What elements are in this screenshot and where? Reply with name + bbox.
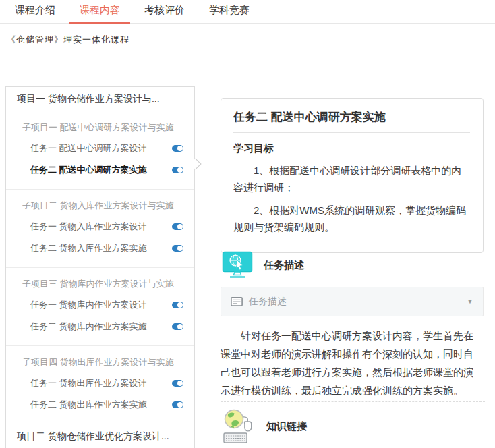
task-description-section: 任务描述 (222, 251, 304, 279)
sidebar-project2-header[interactable]: 项目二 货物仓储作业优化方案设计... (6, 424, 194, 448)
sidebar-subproject[interactable]: 子项目三 货物库内作业方案设计与实施 (6, 273, 194, 294)
accordion-label: 任务描述 (249, 296, 287, 308)
tab-assessment[interactable]: 考核评价 (143, 0, 186, 23)
sidebar-task[interactable]: 任务二 货物库内作业方案实施 (6, 316, 194, 337)
task-title: 任务二 配送中心调研方案实施 (233, 108, 471, 132)
toggle-on-icon[interactable] (172, 323, 183, 330)
toggle-on-icon[interactable] (172, 245, 183, 252)
sidebar-group-4: 子项目四 货物出库作业方案设计与实施 任务一 货物出库作业方案设计 任务二 货物… (6, 346, 194, 424)
toggle-on-icon[interactable] (172, 302, 183, 308)
task-description-heading: 任务描述 (264, 259, 304, 272)
knowledge-links-heading: 知识链接 (266, 420, 307, 433)
tab-course-intro[interactable]: 课程介绍 (13, 0, 57, 23)
sidebar-task[interactable]: 任务二 货物出库作业方案实施 (6, 394, 194, 416)
task-detail-panel: 任务二 配送中心调研方案实施 学习目标 1、根据配送中心调研设计部分调研表格中的… (221, 98, 484, 253)
task-label: 任务二 配送中心调研方案实施 (30, 165, 147, 175)
tab-course-content[interactable]: 课程内容 (78, 0, 121, 23)
toggle-on-icon[interactable] (172, 223, 183, 230)
task-description-paragraph: 针对任务一配送中心调研方案设计内容，学生首先在课堂中对老师的演示讲解和操作有个深… (221, 327, 482, 399)
task-description-accordion[interactable]: 任务描述 ▼ (221, 287, 484, 316)
task-label: 任务一 货物出库作业方案设计 (30, 378, 147, 388)
sidebar-task[interactable]: 任务一 货物库内作业方案设计 (6, 294, 194, 316)
task-label: 任务二 货物出库作业方案实施 (30, 399, 147, 410)
toggle-on-icon[interactable] (172, 145, 183, 152)
sidebar-task[interactable]: 任务二 货物入库作业方案实施 (6, 237, 194, 259)
sidebar-subproject[interactable]: 子项目一 配送中心调研方案设计与实施 (6, 117, 194, 138)
sidebar-task-selected[interactable]: 任务二 配送中心调研方案实施 (6, 159, 194, 181)
sidebar-task[interactable]: 任务一 货物入库作业方案设计 (6, 216, 194, 237)
dashed-divider (221, 401, 485, 402)
task-label: 任务二 货物库内作业方案实施 (30, 321, 147, 331)
toggle-on-icon[interactable] (172, 401, 183, 408)
task-label: 任务一 货物库内作业方案设计 (30, 300, 147, 310)
course-tree-sidebar: 项目一 货物仓储作业方案设计与... 子项目一 配送中心调研方案设计与实施 任务… (5, 86, 195, 448)
divider (233, 132, 470, 133)
sidebar-group-1: 子项目一 配送中心调研方案设计与实施 任务一 配送中心调研方案设计 任务二 配送… (6, 111, 194, 190)
sidebar-subproject[interactable]: 子项目四 货物出库作业方案设计与实施 (6, 352, 194, 372)
objective-1: 1、根据配送中心调研设计部分调研表格中的内容进行调研； (233, 162, 471, 196)
course-content-page: 课程介绍 课程内容 考核评价 学科竞赛 《仓储管理》理实一体化课程 项目一 货物… (0, 0, 495, 448)
sidebar-group-2: 子项目二 货物入库作业方案设计与实施 任务一 货物入库作业方案设计 任务二 货物… (6, 190, 194, 268)
task-label: 任务一 货物入库作业方案设计 (30, 221, 147, 231)
objective-2: 2、根据对WMS系统的调研观察，掌握货物编码规则与货架编码规则。 (233, 202, 471, 235)
globe-keyboard-mouse-icon (222, 408, 256, 445)
sidebar-task[interactable]: 任务一 配送中心调研方案设计 (6, 138, 194, 159)
knowledge-links-section: 知识链接 (222, 408, 307, 445)
sidebar-task[interactable]: 任务一 货物出库作业方案设计 (6, 372, 194, 394)
toggle-on-icon[interactable] (172, 380, 183, 387)
sidebar-subproject[interactable]: 子项目二 货物入库作业方案设计与实施 (6, 195, 194, 216)
task-label: 任务二 货物入库作业方案实施 (30, 243, 147, 253)
dashed-divider (3, 59, 492, 59)
toggle-on-icon[interactable] (172, 167, 183, 173)
top-tab-bar: 课程介绍 课程内容 考核评价 学科竞赛 (0, 0, 495, 24)
learning-objectives-heading: 学习目标 (233, 142, 471, 155)
form-lines-icon (231, 297, 243, 306)
tab-competition[interactable]: 学科竞赛 (208, 0, 251, 23)
sidebar-project1-header[interactable]: 项目一 货物仓储作业方案设计与... (6, 87, 194, 111)
sidebar-group-3: 子项目三 货物库内作业方案设计与实施 任务一 货物库内作业方案设计 任务二 货物… (6, 268, 194, 346)
breadcrumb: 《仓储管理》理实一体化课程 (7, 34, 129, 46)
caret-down-icon: ▼ (467, 298, 473, 305)
monitor-cursor-icon (222, 251, 253, 279)
task-label: 任务一 配送中心调研方案设计 (30, 143, 147, 153)
